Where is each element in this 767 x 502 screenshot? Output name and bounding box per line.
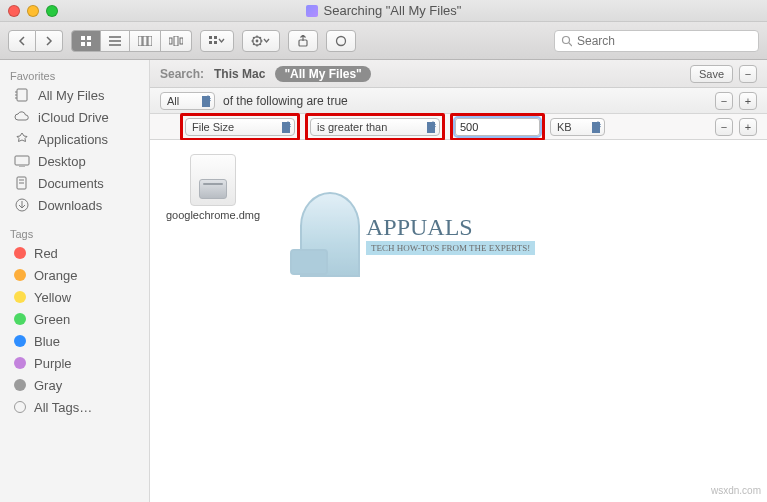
tag-all-icon [14, 401, 26, 413]
forward-button[interactable] [36, 30, 63, 52]
svg-line-30 [569, 43, 572, 46]
svg-rect-2 [81, 42, 85, 46]
sidebar-tag-all[interactable]: All Tags… [0, 396, 149, 418]
sidebar-item-label: Desktop [38, 154, 86, 169]
value-text: 500 [460, 121, 478, 133]
tag-dot-icon [14, 357, 26, 369]
scope-this-mac[interactable]: This Mac [214, 67, 265, 81]
sidebar-item-all-my-files[interactable]: All My Files [0, 84, 149, 106]
tags-button[interactable] [326, 30, 356, 52]
search-icon [561, 35, 572, 47]
remove-row-button[interactable]: − [715, 118, 733, 136]
coverflow-view-button[interactable] [161, 30, 192, 52]
window-controls [8, 5, 58, 17]
compound-scope-value: All [167, 95, 179, 107]
share-button[interactable] [288, 30, 318, 52]
sidebar-item-desktop[interactable]: Desktop [0, 150, 149, 172]
window-title: Searching "All My Files" [0, 3, 767, 18]
cloud-icon [14, 109, 30, 125]
sidebar-item-label: Orange [34, 268, 77, 283]
sidebar-item-label: All My Files [38, 88, 104, 103]
sidebar-tag-red[interactable]: Red [0, 242, 149, 264]
svg-rect-14 [214, 36, 217, 39]
remove-row-button[interactable]: − [715, 92, 733, 110]
view-group [71, 30, 192, 52]
file-name: googlechrome.dmg [166, 209, 260, 221]
unit-select[interactable]: KB [550, 118, 605, 136]
svg-rect-1 [87, 36, 91, 40]
scope-bar: Search: This Mac "All My Files" Save − [150, 60, 767, 88]
column-view-button[interactable] [130, 30, 161, 52]
sidebar-item-downloads[interactable]: Downloads [0, 194, 149, 216]
all-my-files-icon [14, 87, 30, 103]
back-button[interactable] [8, 30, 36, 52]
tag-dot-icon [14, 247, 26, 259]
sidebar-item-label: Red [34, 246, 58, 261]
highlight-box: is greater than [305, 113, 445, 141]
sidebar-tag-blue[interactable]: Blue [0, 330, 149, 352]
sidebar-item-label: Documents [38, 176, 104, 191]
sidebar-tag-purple[interactable]: Purple [0, 352, 149, 374]
attribute-value: File Size [192, 121, 234, 133]
action-button[interactable] [242, 30, 280, 52]
main-content: Search: This Mac "All My Files" Save − A… [150, 60, 767, 502]
sidebar-item-label: Gray [34, 378, 62, 393]
svg-point-18 [256, 39, 259, 42]
tag-dot-icon [14, 269, 26, 281]
unit-value: KB [557, 121, 572, 133]
arrange-button[interactable] [200, 30, 234, 52]
sidebar-tag-green[interactable]: Green [0, 308, 149, 330]
tag-dot-icon [14, 335, 26, 347]
save-search-button[interactable]: Save [690, 65, 733, 83]
minimize-window-button[interactable] [27, 5, 39, 17]
highlight-box: File Size [180, 113, 300, 141]
add-row-button[interactable]: + [739, 118, 757, 136]
scope-all-my-files[interactable]: "All My Files" [275, 66, 370, 82]
zoom-window-button[interactable] [46, 5, 58, 17]
value-input[interactable]: 500 [455, 118, 540, 136]
attribute-select[interactable]: File Size [185, 118, 295, 136]
sidebar-item-applications[interactable]: Applications [0, 128, 149, 150]
add-row-button[interactable]: + [739, 92, 757, 110]
sidebar-tag-gray[interactable]: Gray [0, 374, 149, 396]
applications-icon [14, 131, 30, 147]
sidebar-tag-orange[interactable]: Orange [0, 264, 149, 286]
compound-scope-select[interactable]: All [160, 92, 215, 110]
titlebar: Searching "All My Files" [0, 0, 767, 22]
favorites-header: Favorites [0, 66, 149, 84]
downloads-icon [14, 197, 30, 213]
svg-rect-35 [15, 156, 29, 165]
disk-image-icon [190, 154, 236, 206]
tag-dot-icon [14, 313, 26, 325]
svg-rect-10 [169, 38, 172, 44]
operator-select[interactable]: is greater than [310, 118, 440, 136]
sidebar-item-label: All Tags… [34, 400, 92, 415]
close-window-button[interactable] [8, 5, 20, 17]
toolbar [0, 22, 767, 60]
search-input[interactable] [577, 34, 752, 48]
search-field[interactable] [554, 30, 759, 52]
operator-value: is greater than [317, 121, 387, 133]
remove-criteria-button[interactable]: − [739, 65, 757, 83]
sidebar-item-icloud-drive[interactable]: iCloud Drive [0, 106, 149, 128]
svg-rect-15 [209, 41, 212, 44]
desktop-icon [14, 153, 30, 169]
sidebar-item-label: Blue [34, 334, 60, 349]
file-item[interactable]: googlechrome.dmg [168, 154, 258, 221]
svg-rect-7 [138, 36, 142, 46]
nav-group [8, 30, 63, 52]
sidebar-tag-yellow[interactable]: Yellow [0, 286, 149, 308]
svg-rect-8 [143, 36, 147, 46]
icon-view-button[interactable] [71, 30, 101, 52]
svg-rect-11 [174, 36, 178, 46]
svg-rect-31 [17, 89, 27, 101]
sidebar-item-label: Yellow [34, 290, 71, 305]
list-view-button[interactable] [101, 30, 130, 52]
sidebar-item-documents[interactable]: Documents [0, 172, 149, 194]
sidebar: Favorites All My Files iCloud Drive Appl… [0, 60, 150, 502]
tags-header: Tags [0, 224, 149, 242]
criteria-compound-row: All of the following are true − + [150, 88, 767, 114]
criteria-row: File Size is greater than 500 KB [150, 114, 767, 140]
sidebar-item-label: Green [34, 312, 70, 327]
results-area[interactable]: googlechrome.dmg APPUALS TECH HOW-TO'S F… [150, 140, 767, 502]
